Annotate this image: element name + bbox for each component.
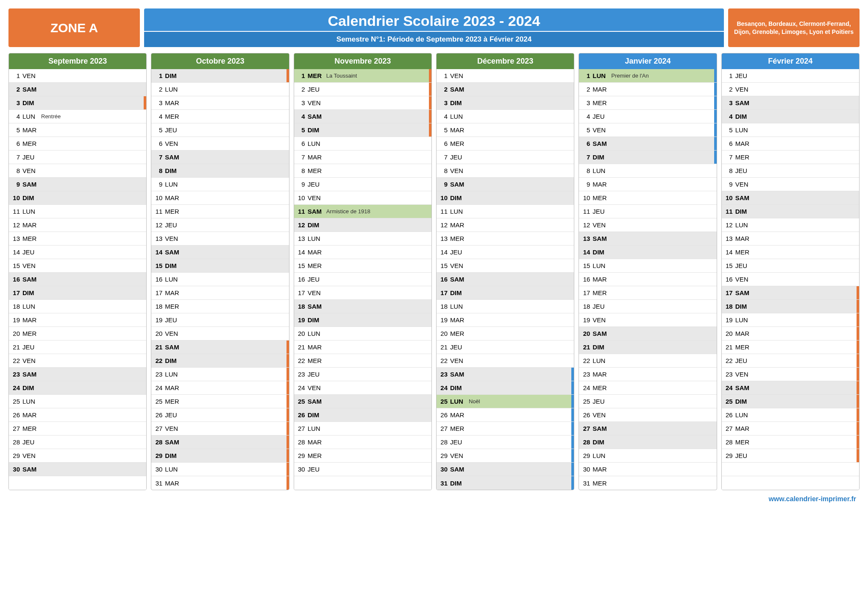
day-cell: 9LUN [151, 178, 289, 191]
day-number: 4 [153, 113, 165, 120]
day-of-week: MAR [308, 438, 326, 446]
day-cell: 17SAM [722, 286, 859, 300]
day-number: 27 [296, 425, 308, 432]
day-of-week: VEN [22, 72, 41, 79]
vacation-bar [571, 435, 574, 449]
day-cell: 2SAM [9, 83, 146, 96]
day-of-week: DIM [593, 438, 611, 446]
day-cell: 24SAM [722, 381, 859, 395]
day-cell: 4LUNRentrée [9, 110, 146, 123]
day-of-week: LUN [22, 208, 41, 215]
day-of-week: VEN [593, 411, 611, 419]
day-number: 26 [723, 411, 735, 419]
day-of-week: MAR [22, 316, 41, 324]
day-cell: 17MER [579, 286, 716, 300]
vacation-bar [857, 381, 859, 394]
day-number: 11 [438, 208, 450, 215]
day-cell: 19JEU [151, 313, 289, 327]
day-of-week: JEU [450, 248, 469, 256]
day-number: 27 [11, 425, 22, 432]
day-cell: 3DIM [9, 96, 146, 110]
day-of-week: VEN [450, 167, 469, 174]
day-cell: 26JEU [151, 408, 289, 422]
vacation-bar [714, 96, 717, 109]
month-column: Septembre 20231VEN2SAM3DIM4LUNRentrée5MA… [8, 53, 147, 490]
day-of-week: DIM [450, 289, 469, 296]
day-cell: 2LUN [151, 83, 289, 96]
vacation-bar [857, 395, 859, 408]
day-of-week: SAM [593, 330, 611, 337]
day-of-week: JEU [22, 154, 41, 161]
day-cell: 29LUN [579, 449, 716, 463]
day-of-week: VEN [450, 262, 469, 269]
day-cell: 13MER [437, 232, 574, 246]
day-cell: 19DIM [294, 313, 431, 327]
day-number: 28 [581, 438, 593, 446]
day-of-week: DIM [308, 411, 326, 419]
day-number: 5 [153, 126, 165, 134]
day-number: 23 [723, 371, 735, 378]
day-number: 25 [723, 398, 735, 405]
day-cell: 21JEU [437, 340, 574, 354]
day-cell: 14MAR [294, 246, 431, 259]
day-cell: 25DIM [722, 395, 859, 408]
vacation-bar [857, 354, 859, 367]
day-of-week: JEU [22, 438, 41, 446]
day-of-week: JEU [735, 167, 754, 174]
day-of-week: DIM [165, 167, 184, 174]
day-number: 5 [438, 126, 450, 134]
day-number: 24 [581, 384, 593, 391]
day-of-week: MAR [165, 480, 184, 487]
day-of-week: SAM [735, 99, 754, 106]
day-number: 7 [723, 154, 735, 161]
day-number: 8 [153, 167, 165, 174]
day-of-week: JEU [593, 303, 611, 310]
day-number: 21 [296, 343, 308, 351]
day-cell: 19LUN [722, 313, 859, 327]
day-of-week: LUN [593, 167, 611, 174]
day-of-week: MAR [165, 384, 184, 391]
day-of-week: SAM [308, 303, 326, 310]
day-cell: 1DIM [151, 69, 289, 83]
day-of-week: DIM [450, 384, 469, 391]
day-of-week: MAR [22, 126, 41, 134]
day-number: 5 [11, 126, 22, 134]
day-of-week: SAM [735, 194, 754, 201]
day-cell: 7JEU [9, 151, 146, 164]
vacation-bar [287, 69, 289, 82]
day-of-week: JEU [165, 316, 184, 324]
day-of-week: SAM [22, 276, 41, 283]
day-of-week: LUN [735, 221, 754, 229]
cities-list: Besançon, Bordeaux, Clermont-Ferrand, Di… [728, 8, 860, 47]
day-cell: 20SAM [579, 327, 716, 340]
day-cell: 8DIM [151, 164, 289, 178]
day-number: 1 [723, 72, 735, 79]
day-of-week: MAR [308, 154, 326, 161]
day-number: 24 [438, 384, 450, 391]
day-of-week: SAM [22, 86, 41, 93]
vacation-bar [429, 123, 431, 137]
vacation-bar [714, 110, 717, 123]
day-cell: 21SAM [151, 340, 289, 354]
day-cell: 17VEN [294, 286, 431, 300]
day-cell: 10SAM [722, 191, 859, 205]
day-of-week: DIM [165, 452, 184, 459]
day-number: 8 [11, 167, 22, 174]
day-of-week: LUN [165, 86, 184, 93]
vacation-bar [571, 463, 574, 476]
day-of-week: SAM [308, 398, 326, 405]
day-cell: 28MER [722, 435, 859, 449]
day-of-week: JEU [450, 438, 469, 446]
vacation-bar [429, 83, 431, 96]
day-cell: 26VEN [579, 408, 716, 422]
day-cell: 6SAM [579, 137, 716, 151]
day-number: 4 [723, 113, 735, 120]
day-cell: 13MER [9, 232, 146, 246]
day-number: 16 [723, 276, 735, 283]
day-cell: 9SAM [437, 178, 574, 191]
day-of-week: SAM [450, 371, 469, 378]
day-number: 18 [153, 303, 165, 310]
day-number: 20 [296, 330, 308, 337]
day-number: 24 [723, 384, 735, 391]
day-of-week: LUN [308, 330, 326, 337]
